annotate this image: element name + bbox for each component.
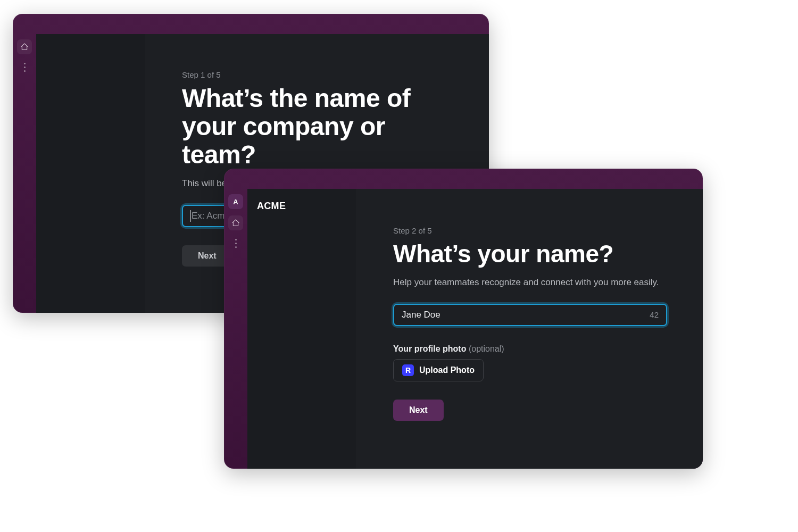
upload-photo-button[interactable]: R Upload Photo xyxy=(393,359,484,381)
profile-photo-label: Your profile photo (optional) xyxy=(393,344,667,354)
onboarding-window-step2: A ACME Step 2 of 5 What’s your name? Hel… xyxy=(224,169,703,469)
home-button[interactable] xyxy=(17,39,32,54)
titlebar xyxy=(13,14,489,34)
more-menu[interactable] xyxy=(233,239,238,248)
page-headline: What’s the name of your company or team? xyxy=(182,85,452,169)
page-headline: What’s your name? xyxy=(393,240,667,268)
step-indicator: Step 2 of 5 xyxy=(393,226,667,235)
home-button[interactable] xyxy=(228,215,243,230)
workspace-name: ACME xyxy=(257,201,346,212)
optional-hint: (optional) xyxy=(469,344,504,353)
workspace-avatar[interactable]: A xyxy=(228,194,243,209)
titlebar xyxy=(224,169,703,189)
main-panel: Step 2 of 5 What’s your name? Help your … xyxy=(356,189,703,469)
profile-photo-label-text: Your profile photo xyxy=(393,344,466,353)
page-subtext: Help your teammates recognize and connec… xyxy=(393,277,667,288)
home-icon xyxy=(231,219,240,227)
upload-icon: R xyxy=(402,364,414,376)
next-button[interactable]: Next xyxy=(393,400,444,421)
text-caret xyxy=(190,210,191,222)
your-name-input[interactable]: Jane Doe 42 xyxy=(393,304,667,326)
upload-photo-label: Upload Photo xyxy=(419,365,475,375)
more-menu[interactable] xyxy=(22,63,27,72)
input-value: Jane Doe xyxy=(402,310,440,320)
left-rail: A xyxy=(224,189,247,469)
sidebar xyxy=(36,34,145,313)
step-indicator: Step 1 of 5 xyxy=(182,70,452,79)
char-count: 42 xyxy=(650,310,659,319)
sidebar: ACME xyxy=(247,189,356,469)
home-icon xyxy=(20,43,29,51)
window-body: A ACME Step 2 of 5 What’s your name? Hel… xyxy=(224,189,703,469)
left-rail xyxy=(13,34,36,313)
